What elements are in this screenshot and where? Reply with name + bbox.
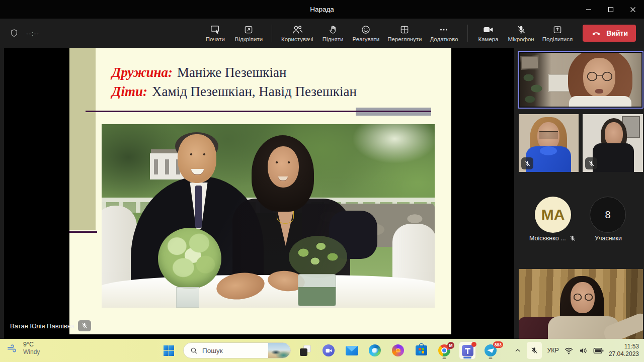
minimize-button[interactable]: [578, 0, 600, 19]
teams-meeting-window: Нарада --:-- Почати Відкріпити: [0, 0, 644, 362]
photo-man-tie: [195, 186, 202, 228]
leave-button[interactable]: Вийти: [583, 25, 636, 42]
presenter-name: Ватан Юлія Павлівна: [10, 322, 74, 330]
taskbar-chat-button[interactable]: [320, 341, 337, 359]
mail-app-button[interactable]: [343, 341, 360, 359]
react-button[interactable]: Реагувати: [350, 23, 383, 44]
photo-woman-eyes: [273, 161, 293, 163]
language-indicator[interactable]: УКР: [547, 347, 559, 354]
slide-horizontal-rule: [86, 111, 431, 112]
battery-button[interactable]: [593, 347, 604, 354]
telegram-app-button[interactable]: 883: [482, 341, 499, 359]
tray-chevron-button[interactable]: [514, 346, 522, 354]
taskbar-icons: Пошук: [160, 339, 499, 362]
video-tile-participant[interactable]: [519, 114, 579, 172]
chrome-browser-button[interactable]: M: [436, 341, 453, 359]
speaker-shirt: [569, 96, 631, 107]
raise-hand-button[interactable]: Підняти: [318, 23, 348, 44]
clock[interactable]: 11:53 27.04.2023: [609, 343, 639, 358]
share-screen-icon: [552, 25, 562, 35]
microsoft-store-button[interactable]: [413, 341, 430, 359]
more-button[interactable]: Додатково: [427, 23, 461, 44]
mic-muted-icon: [569, 235, 576, 242]
volume-button[interactable]: [579, 346, 588, 355]
participants-button[interactable]: Користувачі: [278, 23, 316, 44]
room-plant: [521, 67, 547, 107]
picture-frame: [521, 55, 539, 69]
teams-notification-dot: [471, 342, 476, 347]
participants-panel: MA Моісєєнко ... 8 Учасники: [514, 48, 644, 339]
teams-app-button[interactable]: [459, 341, 476, 359]
photo-man-face: [178, 134, 216, 183]
popout-icon: [244, 25, 254, 35]
participants-count-bubble[interactable]: 8: [590, 197, 626, 233]
share-button[interactable]: Поділитися: [539, 23, 576, 44]
participant-face: [605, 122, 623, 146]
participant-avatar[interactable]: MA: [535, 197, 571, 233]
video-tile-participant[interactable]: [583, 114, 643, 172]
photo-vase: [176, 287, 199, 308]
more-ellipsis-icon: [438, 25, 449, 35]
toolbar-separator: [272, 25, 272, 42]
camera-button[interactable]: Камера: [474, 23, 503, 44]
tray-mic-button[interactable]: [527, 342, 542, 359]
speaker-icon: [579, 346, 588, 355]
security-lock-icon: [392, 344, 404, 356]
hangup-icon: [591, 29, 602, 38]
maximize-button[interactable]: [600, 0, 622, 19]
participant-glasses: [539, 131, 558, 139]
mic-muted-icon: [588, 160, 595, 167]
participants-count: 8: [605, 209, 610, 221]
mic-muted-icon: [530, 346, 538, 354]
slide-photo-couple: [102, 124, 435, 308]
participant-glasses: [573, 293, 593, 302]
popout-button[interactable]: Відкріпити: [232, 23, 266, 44]
close-button[interactable]: [622, 0, 644, 19]
raise-hand-icon: [328, 25, 338, 35]
task-view-button[interactable]: [297, 341, 314, 359]
maximize-icon: [608, 7, 614, 13]
search-placeholder: Пошук: [202, 347, 264, 354]
slide-line-2: Діти:Хамід Пезешкіан, Навід Пезешкіан: [112, 82, 434, 101]
search-icon: [190, 346, 198, 355]
slide-title-text: Дружина:Маніже Пезешкіан Діти:Хамід Пезе…: [112, 63, 434, 101]
mic-muted-icon: [524, 160, 531, 167]
telegram-badge: 883: [493, 341, 503, 348]
tile-mic-muted-badge: [521, 157, 533, 169]
mic-muted-icon: [81, 322, 88, 329]
participant-hoodie: [593, 143, 634, 172]
chevron-up-icon: [514, 346, 522, 354]
photo-woman-face: [268, 146, 299, 188]
windows-logo-icon: [164, 345, 174, 356]
video-tile-active-speaker[interactable]: [518, 51, 643, 109]
view-button[interactable]: Переглянути: [384, 23, 425, 44]
speaker-mouth: [595, 89, 603, 94]
weather-widget[interactable]: 9°C Windy: [6, 341, 40, 355]
running-indicator: [489, 357, 493, 359]
edge-browser-button[interactable]: [366, 341, 383, 359]
security-app-button[interactable]: [389, 341, 407, 359]
tile-mic-muted-badge: [585, 157, 597, 169]
title-bar: Нарада: [0, 0, 644, 19]
sweater-collar: [540, 146, 557, 155]
wifi-icon: [564, 346, 574, 355]
video-tile-participant[interactable]: [519, 269, 643, 339]
wifi-button[interactable]: [564, 346, 574, 355]
battery-icon: [593, 347, 604, 354]
mic-muted-icon: [516, 25, 526, 35]
search-box[interactable]: Пошук: [183, 342, 291, 358]
start-button[interactable]: [160, 341, 177, 359]
camera-icon: [482, 25, 494, 35]
slide-line-1: Дружина:Маніже Пезешкіан: [112, 63, 434, 82]
slide-left-bar-rule: [69, 231, 97, 233]
presenter-mic-muted-badge: [78, 320, 91, 331]
microphone-button[interactable]: Мікрофон: [505, 23, 537, 44]
meeting-timer: --:--: [26, 30, 39, 37]
window-controls: [578, 0, 644, 19]
present-button[interactable]: Почати: [201, 23, 230, 44]
photo-man-eyes: [187, 153, 208, 155]
slide-left-bar: [69, 48, 96, 230]
gmail-badge: M: [447, 342, 454, 349]
weather-temp: 9°C: [23, 341, 40, 348]
toolbar-separator: [467, 25, 468, 42]
